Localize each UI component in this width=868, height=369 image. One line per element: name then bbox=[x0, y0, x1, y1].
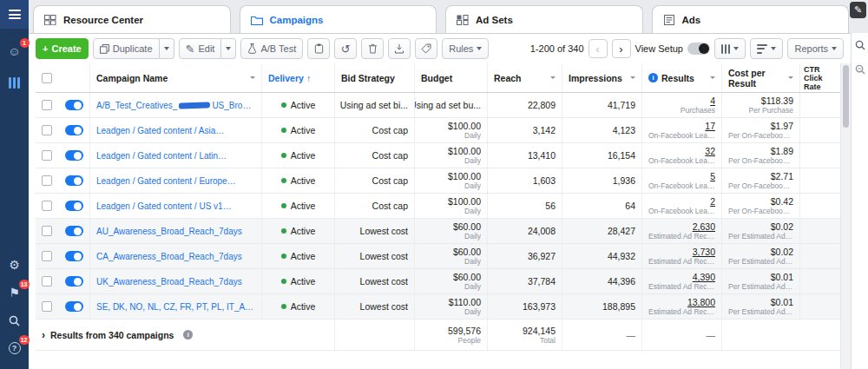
table-row[interactable]: Leadgen / Gated content / Europe2.0 v1 (… bbox=[36, 168, 851, 194]
tab-resource-center[interactable]: Resource Center bbox=[33, 5, 231, 33]
create-button[interactable]: + Create bbox=[36, 38, 89, 59]
row-checkbox[interactable] bbox=[36, 219, 58, 243]
campaign-toggle[interactable] bbox=[58, 294, 89, 319]
row-checkbox[interactable] bbox=[36, 168, 58, 193]
undo-button[interactable]: ↺ bbox=[334, 38, 357, 59]
campaign-name-link[interactable]: SE, DK, NO, NL, CZ, FR, PT, PL, IT_Aware… bbox=[96, 302, 255, 312]
table-row[interactable]: Leadgen / Gated content / US v1 Active C… bbox=[36, 194, 851, 219]
results-link[interactable]: 5 bbox=[710, 171, 715, 181]
delivery-status: Active bbox=[291, 175, 316, 186]
campaign-name-link[interactable]: Leadgen / Gated content / Asiav1 (AL) bbox=[96, 126, 255, 135]
campaign-name-link[interactable]: Leadgen / Gated content / US v1 bbox=[96, 201, 255, 211]
results-link[interactable]: 17 bbox=[705, 121, 715, 131]
row-checkbox[interactable] bbox=[36, 294, 58, 319]
edit-button[interactable]: ✎ Edit bbox=[179, 38, 222, 59]
column-header-results[interactable]: iResults bbox=[641, 63, 721, 92]
tag-button[interactable] bbox=[415, 38, 437, 59]
select-all-checkbox[interactable] bbox=[36, 63, 58, 92]
campaign-toggle[interactable] bbox=[58, 168, 89, 193]
row-checkbox[interactable] bbox=[36, 269, 58, 293]
account-overview-icon[interactable]: ☺ 1 bbox=[6, 43, 23, 60]
table-row[interactable]: CA_Awareness_Broad_Reach_7days Active Lo… bbox=[36, 244, 851, 269]
results-link[interactable]: 4 bbox=[710, 96, 715, 106]
campaign-name-link[interactable]: Leadgen / Gated content / Europe2.0 v1 (… bbox=[96, 176, 255, 186]
campaign-toggle[interactable] bbox=[58, 194, 89, 218]
footer-summary[interactable]: › Results from 340 campaigns i bbox=[36, 320, 334, 350]
row-checkbox[interactable] bbox=[36, 143, 58, 168]
prev-page-button[interactable]: ‹ bbox=[589, 39, 608, 58]
results-link[interactable]: 2,630 bbox=[693, 221, 715, 232]
row-checkbox[interactable] bbox=[36, 118, 58, 142]
campaign-name-link[interactable]: AU_Awareness_Broad_Reach_7days bbox=[96, 227, 255, 236]
next-page-button[interactable]: › bbox=[612, 39, 631, 58]
announcements-icon[interactable]: ⚑ 13 bbox=[6, 284, 23, 301]
view-setup-toggle[interactable] bbox=[687, 43, 710, 55]
magnifier-icon[interactable] bbox=[855, 64, 865, 75]
impressions-cell: 1,936 bbox=[562, 168, 641, 193]
pin-button[interactable] bbox=[307, 38, 330, 59]
campaign-toggle[interactable] bbox=[58, 118, 89, 142]
results-link[interactable]: 3,730 bbox=[693, 247, 715, 257]
reports-button[interactable]: Reports bbox=[787, 38, 844, 59]
ads-manager-menu-icon[interactable] bbox=[0, 0, 29, 29]
column-header-delivery[interactable]: Delivery↑ bbox=[261, 63, 334, 92]
edit-dropdown[interactable] bbox=[221, 38, 236, 59]
ab-test-button[interactable]: A/B Test bbox=[240, 38, 303, 59]
table-row[interactable]: SE, DK, NO, NL, CZ, FR, PT, PL, IT_Aware… bbox=[36, 294, 851, 320]
tab-label: Resource Center bbox=[63, 15, 143, 25]
row-checkbox[interactable] bbox=[36, 194, 58, 218]
tab-campaigns[interactable]: Campaigns bbox=[240, 5, 437, 33]
budget-cell: Using ad set bu... bbox=[414, 93, 487, 117]
columns-button[interactable] bbox=[714, 38, 746, 59]
scrollbar-thumb[interactable] bbox=[843, 65, 849, 128]
delete-button[interactable] bbox=[361, 38, 384, 59]
tab-ads[interactable]: Ads bbox=[652, 5, 850, 33]
campaign-name-link[interactable]: Leadgen / Gated content / Latinv1 (AL) bbox=[96, 151, 255, 161]
column-header-bid-strategy[interactable]: Bid Strategy bbox=[334, 63, 414, 92]
footer-results-total: — bbox=[562, 320, 641, 350]
column-header-budget[interactable]: Budget bbox=[414, 63, 487, 92]
campaign-name-link[interactable]: UK_Awareness_Broad_Reach_7days bbox=[96, 277, 255, 287]
results-link[interactable]: 2 bbox=[710, 196, 715, 207]
table-row[interactable]: Leadgen / Gated content / Asiav1 (AL) Ac… bbox=[36, 118, 851, 143]
vertical-scrollbar[interactable] bbox=[840, 63, 851, 369]
campaign-toggle[interactable] bbox=[58, 219, 89, 243]
info-icon[interactable]: i bbox=[183, 330, 193, 339]
duplicate-dropdown[interactable] bbox=[160, 38, 174, 59]
expand-chevron-icon[interactable]: › bbox=[42, 329, 45, 341]
campaign-toggle[interactable] bbox=[58, 269, 89, 293]
campaigns-table-icon[interactable] bbox=[6, 74, 23, 91]
export-button[interactable] bbox=[388, 38, 411, 59]
results-link[interactable]: 32 bbox=[705, 146, 715, 156]
column-header-ctr[interactable]: CTR Click Rate bbox=[799, 63, 834, 92]
duplicate-button[interactable]: Duplicate bbox=[93, 38, 160, 59]
table-row[interactable]: Leadgen / Gated content / Latinv1 (AL) A… bbox=[36, 143, 851, 168]
tab-ad-sets[interactable]: Ad Sets bbox=[445, 5, 643, 33]
campaign-name-link[interactable]: A/B_Test_Creatives_US_Broad_... bbox=[96, 101, 255, 110]
results-cell: 4,390Estimated Ad Recall... bbox=[641, 269, 721, 293]
view-setup: View Setup bbox=[635, 43, 710, 55]
campaign-name-link[interactable]: CA_Awareness_Broad_Reach_7days bbox=[96, 252, 255, 261]
column-header-reach[interactable]: Reach bbox=[487, 63, 562, 92]
campaign-toggle[interactable] bbox=[58, 244, 89, 268]
edit-pencil-fab[interactable]: ✎ bbox=[850, 2, 866, 18]
search-icon[interactable] bbox=[6, 312, 23, 329]
row-checkbox[interactable] bbox=[36, 93, 58, 117]
results-link[interactable]: 4,390 bbox=[693, 272, 715, 282]
results-link[interactable]: 13,800 bbox=[687, 297, 715, 307]
breakdown-button[interactable] bbox=[750, 38, 783, 59]
info-icon[interactable]: i bbox=[648, 73, 658, 82]
table-row[interactable]: AU_Awareness_Broad_Reach_7days Active Lo… bbox=[36, 219, 851, 244]
row-checkbox[interactable] bbox=[36, 244, 58, 268]
campaign-toggle[interactable] bbox=[58, 143, 89, 168]
gear-icon[interactable]: ⚙ bbox=[6, 256, 23, 273]
campaign-toggle[interactable] bbox=[58, 93, 89, 117]
table-row[interactable]: UK_Awareness_Broad_Reach_7days Active Lo… bbox=[36, 269, 851, 294]
column-header-impressions[interactable]: Impressions bbox=[562, 63, 641, 92]
zoom-icon[interactable] bbox=[855, 40, 865, 50]
column-header-campaign-name[interactable]: Campaign Name bbox=[89, 63, 261, 92]
table-row[interactable]: A/B_Test_Creatives_US_Broad_... Active U… bbox=[36, 93, 851, 118]
rules-button[interactable]: Rules bbox=[442, 38, 489, 59]
column-header-cost-per-result[interactable]: Cost per Result bbox=[721, 63, 799, 92]
help-icon[interactable]: ? 12 bbox=[6, 339, 23, 357]
